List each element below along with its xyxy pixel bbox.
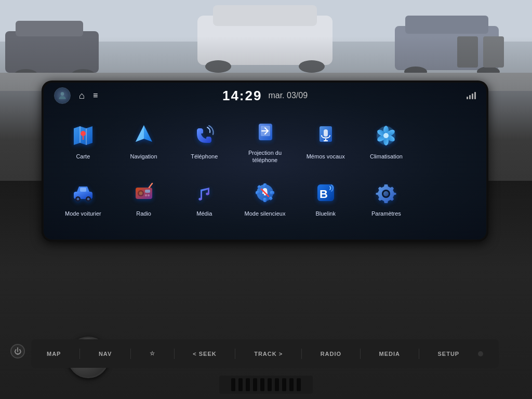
svg-point-18 xyxy=(61,92,64,96)
date-display: mar. 03/09 xyxy=(268,91,308,100)
svg-rect-23 xyxy=(324,129,328,137)
svg-rect-48 xyxy=(263,183,267,188)
bluelink-icon: B xyxy=(312,179,340,207)
svg-rect-14 xyxy=(457,36,478,68)
menu-item-parametres[interactable]: Paramètres xyxy=(357,171,416,225)
clock: 14:29 xyxy=(222,88,262,104)
climatisation-label: Climatisation xyxy=(370,153,403,160)
vent-slot xyxy=(260,378,264,391)
divider-7 xyxy=(419,349,419,359)
svg-rect-51 xyxy=(270,191,274,194)
svg-point-19 xyxy=(81,131,86,136)
memos-label: Mémos vocaux xyxy=(307,153,345,160)
telephone-icon xyxy=(190,122,218,150)
media-ctrl-button[interactable]: MEDIA xyxy=(379,351,400,357)
bluelink-label: Bluelink xyxy=(315,210,336,217)
media-icon xyxy=(190,179,218,207)
svg-rect-44 xyxy=(145,190,150,193)
divider-6 xyxy=(360,349,361,359)
map-button[interactable]: MAP xyxy=(47,351,61,357)
svg-text:B: B xyxy=(320,188,328,201)
carte-icon xyxy=(69,122,97,150)
menu-icon[interactable]: ≡ xyxy=(93,91,98,100)
svg-rect-50 xyxy=(256,191,260,194)
track-button[interactable]: TRACK > xyxy=(254,351,283,357)
svg-point-5 xyxy=(72,69,95,79)
svg-rect-2 xyxy=(5,31,99,73)
vent-slot xyxy=(238,378,243,391)
menu-item-navigation[interactable]: Navigation xyxy=(115,114,173,168)
grid-spacer-2 xyxy=(418,171,476,225)
status-area xyxy=(467,92,476,99)
svg-point-39 xyxy=(87,197,89,200)
bottom-vent xyxy=(219,376,313,394)
radio-icon xyxy=(130,179,158,207)
vent-slot xyxy=(268,378,272,391)
svg-point-4 xyxy=(15,69,37,79)
menu-item-projection[interactable]: Projection du téléphone xyxy=(236,114,294,168)
nav-button[interactable]: NAV xyxy=(99,351,112,357)
divider-1 xyxy=(79,349,80,359)
mode-silencieux-icon xyxy=(251,179,279,207)
menu-item-carte[interactable]: Carte xyxy=(54,114,112,168)
svg-rect-15 xyxy=(483,36,504,68)
navigation-icon xyxy=(130,122,158,150)
home-icon[interactable]: ⌂ xyxy=(79,90,85,101)
menu-item-mode-silencieux[interactable]: Mode silencieux xyxy=(236,171,294,225)
parametres-icon xyxy=(372,179,400,207)
svg-point-59 xyxy=(383,191,389,196)
menu-item-radio[interactable]: Radio xyxy=(115,171,173,225)
svg-rect-17 xyxy=(0,0,532,91)
telephone-label: Téléphone xyxy=(191,153,218,160)
parking-scene xyxy=(0,0,532,91)
media-label: Média xyxy=(196,210,212,217)
mode-silencieux-label: Mode silencieux xyxy=(245,210,286,217)
parking-svg xyxy=(0,0,532,91)
menu-item-climatisation[interactable]: Climatisation xyxy=(357,114,416,168)
svg-point-43 xyxy=(139,191,142,195)
radio-ctrl-button[interactable]: RADIO xyxy=(321,351,341,357)
svg-point-46 xyxy=(148,194,150,196)
menu-item-telephone[interactable]: Téléphone xyxy=(175,114,233,168)
projection-icon xyxy=(251,118,279,146)
svg-point-9 xyxy=(299,60,325,73)
voiturier-label: Mode voiturier xyxy=(65,210,101,217)
favorites-icon[interactable]: ☆ xyxy=(150,350,155,357)
top-bar-left: ⌂ ≡ xyxy=(54,87,98,104)
menu-item-memos[interactable]: Mémos vocaux xyxy=(297,114,355,168)
svg-point-12 xyxy=(404,66,427,77)
setup-button[interactable]: SETUP xyxy=(437,351,459,357)
svg-point-33 xyxy=(383,133,389,138)
svg-point-8 xyxy=(205,60,231,73)
profile-avatar[interactable] xyxy=(54,87,71,104)
svg-point-13 xyxy=(477,66,500,77)
svg-point-37 xyxy=(76,197,79,200)
car-background: ⌂ ≡ 14:29 mar. 03/09 xyxy=(0,0,532,399)
top-bar: ⌂ ≡ 14:29 mar. 03/09 xyxy=(44,83,486,109)
divider-2 xyxy=(130,349,131,359)
signal-icon xyxy=(467,92,476,99)
vent-slot xyxy=(297,378,301,391)
physical-controls-bar: MAP NAV ☆ < SEEK TRACK > RADIO MEDIA SET… xyxy=(31,339,499,368)
vent-slot xyxy=(231,378,235,391)
radio-label: Radio xyxy=(136,210,151,217)
menu-item-bluelink[interactable]: B Bluelink xyxy=(297,171,355,225)
vent-slot xyxy=(275,378,279,391)
vent-slot xyxy=(246,378,250,391)
seek-button[interactable]: < SEEK xyxy=(193,351,216,357)
menu-item-voiturier[interactable]: Mode voiturier xyxy=(54,171,112,225)
memos-icon xyxy=(312,122,340,150)
power-button[interactable]: ⏻ xyxy=(10,344,25,358)
camera-dot xyxy=(478,351,483,356)
infotainment-screen: ⌂ ≡ 14:29 mar. 03/09 xyxy=(44,83,486,240)
voiturier-icon xyxy=(69,179,97,207)
carte-label: Carte xyxy=(76,153,90,160)
svg-rect-49 xyxy=(263,198,267,202)
projection-label: Projection du téléphone xyxy=(238,149,292,164)
divider-4 xyxy=(235,349,235,359)
parametres-label: Paramètres xyxy=(371,210,401,217)
menu-item-media[interactable]: Média xyxy=(175,171,233,225)
app-grid: Carte xyxy=(44,109,486,233)
climatisation-icon xyxy=(372,122,400,150)
svg-line-41 xyxy=(149,183,152,188)
